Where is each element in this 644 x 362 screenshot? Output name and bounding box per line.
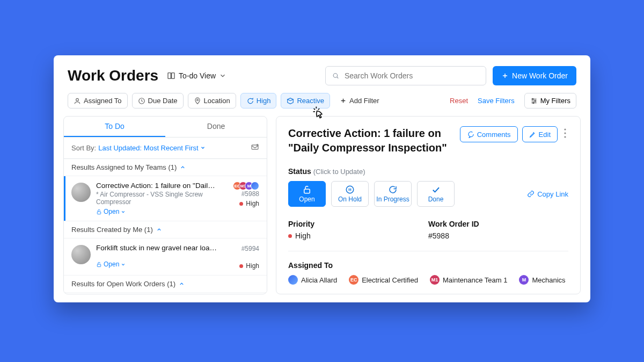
chevron-up-icon xyxy=(179,281,185,287)
status-button-open[interactable]: Open xyxy=(288,181,326,207)
assignee-name: Alicia Allard xyxy=(301,276,337,284)
filter-chip-reactive[interactable]: Reactive xyxy=(281,93,330,108)
list-item[interactable]: Mechanical Arm Inspection Mechanical Arm… xyxy=(64,293,267,294)
svg-rect-0 xyxy=(168,73,171,79)
group-header-my-teams[interactable]: Results Assigned to My Teams (1) xyxy=(64,159,267,176)
add-filter-label: Add Filter xyxy=(349,97,379,105)
search-input[interactable] xyxy=(343,71,479,81)
list-item[interactable]: Forklift stuck in new gravel near loadin… xyxy=(64,238,267,276)
chevron-down-icon xyxy=(121,209,126,214)
content: To Do Done Sort By: Last Updated: Most R… xyxy=(54,116,590,294)
add-filter-button[interactable]: Add Filter xyxy=(334,93,385,108)
plus-icon xyxy=(501,72,509,79)
plus-icon xyxy=(340,97,347,104)
svg-line-3 xyxy=(337,77,338,78)
status-button-done[interactable]: Done xyxy=(417,181,455,207)
svg-point-8 xyxy=(196,99,198,100)
avatar-ec: EC xyxy=(349,275,358,285)
item-avatars: EC M1 M xyxy=(222,182,259,190)
svg-rect-20 xyxy=(97,264,100,267)
my-filters-button[interactable]: My Filters xyxy=(524,93,576,108)
status-row: Open On Hold In Progress Done Copy Link xyxy=(288,181,568,207)
assignee[interactable]: M Mechanics xyxy=(519,275,565,285)
group-header-created-by-me[interactable]: Results Created by Me (1) xyxy=(64,221,267,238)
filter-chip-due-date[interactable]: Due Date xyxy=(132,93,184,108)
item-id: #5988 xyxy=(222,190,259,198)
copy-link-button[interactable]: Copy Link xyxy=(527,190,568,198)
svg-point-22 xyxy=(564,132,566,134)
chevron-up-icon xyxy=(180,164,186,170)
assignee[interactable]: M1 Maintenance Team 1 xyxy=(430,275,507,285)
chevron-down-icon xyxy=(200,145,206,150)
svg-point-15 xyxy=(535,100,536,101)
unlock-icon xyxy=(302,185,312,194)
assignees: Alicia Allard EC Electrical Certified M1… xyxy=(288,275,568,285)
group-header-label: Results Created by Me (1) xyxy=(71,226,153,234)
check-icon xyxy=(431,185,441,194)
work-order-list-panel: To Do Done Sort By: Last Updated: Most R… xyxy=(63,116,267,294)
status-label: In Progress xyxy=(376,196,409,203)
list-item[interactable]: Corrective Action: 1 failure on "Daily C… xyxy=(64,176,267,221)
svg-point-2 xyxy=(333,74,338,78)
item-status-chip[interactable]: Open xyxy=(96,208,126,215)
priority-value: High xyxy=(288,231,428,240)
svg-point-16 xyxy=(532,102,533,103)
item-status-chip[interactable]: Open xyxy=(96,260,126,268)
avatar-m1: M1 xyxy=(430,275,440,285)
pause-icon xyxy=(345,185,355,194)
edit-button[interactable]: Edit xyxy=(522,126,558,142)
filter-chip-label: Assigned To xyxy=(84,97,122,105)
status-label: On Hold xyxy=(338,196,362,203)
item-thumbnail xyxy=(71,245,91,264)
tab-todo[interactable]: To Do xyxy=(64,117,165,137)
item-title: Forklift stuck in new gravel near loadin… xyxy=(96,244,217,252)
reset-filters-link[interactable]: Reset xyxy=(450,97,468,105)
new-work-order-button[interactable]: New Work Order xyxy=(493,66,576,85)
status-button-on-hold[interactable]: On Hold xyxy=(331,181,369,207)
detail-title: Corrective Action: 1 failure on "Daily C… xyxy=(288,126,460,155)
filter-chip-label: Reactive xyxy=(297,97,324,105)
topbar: Work Orders To-do View New Work Order xyxy=(54,55,590,90)
group-header-label: Results for Open Work Orders (1) xyxy=(71,280,175,288)
assigned-to-label: Assigned To xyxy=(288,261,568,270)
assignee-name: Mechanics xyxy=(532,276,565,284)
avatar-user xyxy=(251,182,259,190)
sort-field-link[interactable]: Last Updated: Most Recent First xyxy=(98,144,206,152)
new-work-order-label: New Work Order xyxy=(512,71,568,80)
tab-done[interactable]: Done xyxy=(165,117,267,137)
item-priority: High xyxy=(222,200,259,207)
filter-chip-assigned-to[interactable]: Assigned To xyxy=(68,93,128,108)
work-order-id-label: Work Order ID xyxy=(428,220,568,228)
list-tabs: To Do Done xyxy=(64,117,267,137)
item-subtitle: * Air Compressor - VSS Single Screw Comp… xyxy=(96,191,217,206)
group-header-open-work-orders[interactable]: Results for Open Work Orders (1) xyxy=(64,276,267,293)
item-status-text: Open xyxy=(104,260,119,268)
search-input-wrapper[interactable] xyxy=(325,66,486,85)
assignee-name: Electrical Certified xyxy=(362,276,418,284)
svg-rect-1 xyxy=(172,73,174,79)
assignee[interactable]: EC Electrical Certified xyxy=(349,275,418,285)
search-icon xyxy=(332,72,339,79)
view-toggle[interactable]: To-do View xyxy=(167,71,230,80)
link-icon xyxy=(527,190,535,198)
sort-by-label: Sort By: xyxy=(71,144,96,152)
columns-icon xyxy=(167,71,175,80)
notifications-icon[interactable] xyxy=(251,143,259,153)
status-button-in-progress[interactable]: In Progress xyxy=(374,181,412,207)
avatar-user xyxy=(288,275,298,285)
edit-label: Edit xyxy=(539,131,551,139)
assignee[interactable]: Alicia Allard xyxy=(288,275,337,285)
filter-chip-location[interactable]: Location xyxy=(188,93,236,108)
status-label: Done xyxy=(428,196,444,203)
filter-chip-label: High xyxy=(257,97,271,105)
svg-point-21 xyxy=(564,128,566,130)
save-filters-link[interactable]: Save Filters xyxy=(478,97,515,105)
comments-button[interactable]: Comments xyxy=(460,126,518,142)
chevron-down-icon xyxy=(219,72,226,79)
group-header-label: Results Assigned to My Teams (1) xyxy=(71,163,177,171)
filter-chip-high[interactable]: High xyxy=(240,93,277,108)
copy-link-label: Copy Link xyxy=(537,190,568,198)
priority-label: Priority xyxy=(288,220,428,228)
unlock-icon xyxy=(96,209,102,215)
more-menu-icon[interactable] xyxy=(562,128,568,140)
